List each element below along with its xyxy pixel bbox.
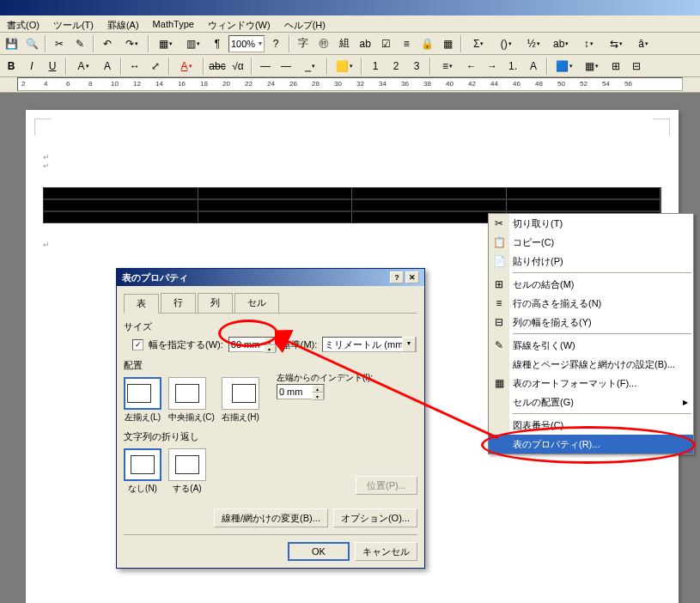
format-icon[interactable]: ✎ [70, 34, 89, 53]
enclose-icon[interactable]: ㊕ [314, 34, 333, 53]
border-icon[interactable]: ▦ [579, 57, 605, 76]
indent-dec-icon[interactable]: ← [462, 57, 481, 76]
tab-column[interactable]: 列 [198, 293, 233, 313]
zoom-select[interactable]: 100% [228, 35, 265, 52]
bracket-icon[interactable]: () [493, 34, 519, 53]
char-scale-icon[interactable]: ⤢ [146, 57, 165, 76]
preview-icon[interactable]: 🔍 [22, 34, 41, 53]
font-size-inc-icon[interactable]: A [98, 57, 117, 76]
bg-color-icon[interactable]: 🟦 [551, 57, 577, 76]
wrap-around-option[interactable]: する(A) [168, 448, 206, 495]
table-row[interactable] [43, 199, 661, 211]
menu-tools[interactable]: ツール(T) [50, 17, 97, 30]
fit-width-icon[interactable]: ↔ [125, 57, 144, 76]
width-checkbox[interactable]: ✓ [132, 339, 143, 350]
line-style-icon[interactable]: ⎯ [297, 57, 323, 76]
table-row[interactable] [43, 187, 661, 199]
menu-format[interactable]: 書式(O) [3, 17, 43, 30]
undo-icon[interactable]: ↶ [98, 34, 117, 53]
dialog-help-button[interactable]: ? [390, 271, 404, 283]
bold-icon[interactable]: B [2, 57, 21, 76]
xy-icon[interactable]: ↕ [575, 34, 601, 53]
menu-item[interactable]: ⊟列の幅を揃える(Y) [489, 313, 693, 332]
cols-icon[interactable]: ▥ [180, 34, 206, 53]
ruler-inner[interactable]: 2468101214161820222426283032343638404244… [17, 77, 683, 91]
num2-icon[interactable]: 2 [387, 57, 405, 76]
arrow-eq-icon[interactable]: ⇆ [603, 34, 629, 53]
line-spacing-icon[interactable]: ≡ [435, 57, 460, 76]
split-icon[interactable]: ⊟ [627, 57, 646, 76]
form-field-icon[interactable]: ab [356, 34, 374, 53]
help-icon[interactable]: ? [266, 34, 285, 53]
ok-button[interactable]: OK [288, 542, 350, 561]
num3-icon[interactable]: 3 [407, 57, 426, 76]
spinner-up[interactable]: ▴ [264, 338, 276, 345]
combine-icon[interactable]: 組 [335, 34, 354, 53]
menu-item[interactable]: 📋コピー(C) [489, 233, 693, 252]
merge-icon[interactable]: ⊞ [606, 57, 625, 76]
hat-icon[interactable]: â [630, 34, 656, 53]
ruler-tick: 26 [289, 80, 297, 88]
wrap-none-option[interactable]: なし(N) [124, 448, 161, 495]
border-shading-button[interactable]: 線種/網かけの変更(B)... [214, 509, 328, 527]
align-left-option[interactable]: 左揃え(L) [124, 377, 161, 423]
menu-item[interactable]: ⊞セルの結合(M) [489, 275, 693, 294]
font-size-dec-icon[interactable]: A [70, 57, 96, 76]
line-icon[interactable]: — [277, 57, 295, 76]
dialog-titlebar[interactable]: 表のプロパティ ? ✕ [117, 269, 424, 286]
indent-inc-icon[interactable]: → [483, 57, 502, 76]
line-grey-icon[interactable]: — [256, 57, 275, 76]
dialog-close-button[interactable]: ✕ [405, 271, 419, 283]
grid-icon[interactable]: ▦ [438, 34, 457, 53]
save-icon[interactable]: 💾 [2, 34, 21, 53]
cut-icon[interactable]: ✂ [50, 34, 69, 53]
dropdown-icon[interactable]: ≡ [397, 34, 416, 53]
menu-item[interactable]: 図表番号(C)... [489, 416, 693, 435]
width-input[interactable]: 60 mm ▴▾ [228, 337, 277, 352]
underline-icon[interactable]: U [43, 57, 62, 76]
tab-cell[interactable]: セル [234, 293, 279, 313]
spinner-down[interactable]: ▾ [264, 345, 276, 353]
sigma-icon[interactable]: Σ [466, 34, 491, 53]
position-button[interactable]: 位置(P)... [356, 476, 417, 495]
checkbox-icon[interactable]: ☑ [376, 34, 395, 53]
num1-icon[interactable]: 1 [366, 57, 385, 76]
menu-mathtype[interactable]: MathType [149, 17, 198, 30]
sqrt-icon[interactable]: √α [228, 57, 247, 76]
menu-item[interactable]: 線種とページ罫線と網かけの設定(B)... [489, 355, 693, 374]
menu-border[interactable]: 罫線(A) [104, 17, 143, 30]
italic-icon[interactable]: I [22, 57, 41, 76]
feature-a-icon[interactable]: A [524, 57, 543, 76]
menu-item[interactable]: 表のプロパティ(R)... [489, 435, 693, 454]
indent-input[interactable]: 0 mm ▴▾ [277, 384, 325, 399]
menu-item[interactable]: ▦表のオートフォーマット(F)... [489, 374, 693, 393]
spinner-down[interactable]: ▾ [312, 393, 324, 400]
redo-icon[interactable]: ↷ [119, 34, 144, 53]
menu-help[interactable]: ヘルプ(H) [281, 17, 329, 30]
menu-item[interactable]: ≡行の高さを揃える(N) [489, 294, 693, 313]
strike-icon[interactable]: abc [208, 57, 227, 76]
basis-combo[interactable]: ミリメートル (mm) [322, 337, 417, 352]
table-icon[interactable]: ▦ [153, 34, 179, 53]
align-right-option[interactable]: 右揃え(H) [222, 377, 259, 423]
menu-item[interactable]: 📄貼り付け(P) [489, 252, 693, 271]
numbering-icon[interactable]: 1. [503, 57, 522, 76]
font-color-icon[interactable]: A [173, 57, 199, 76]
cancel-button[interactable]: キャンセル [355, 542, 417, 561]
highlight-icon[interactable]: 🟨 [332, 57, 357, 76]
menu-item[interactable]: ✎罫線を引く(W) [489, 336, 693, 355]
tab-row[interactable]: 行 [161, 293, 196, 313]
options-button[interactable]: オプション(O)... [333, 509, 417, 527]
protect-icon[interactable]: 🔒 [417, 34, 436, 53]
align-center-option[interactable]: 中央揃え(C) [168, 377, 215, 423]
ruler-tick: 48 [535, 80, 543, 88]
ab-icon[interactable]: ab [548, 34, 574, 53]
menu-item[interactable]: ✂切り取り(T) [489, 214, 693, 233]
frac-icon[interactable]: ½ [520, 34, 546, 53]
menu-item[interactable]: セルの配置(G) [489, 393, 693, 411]
menu-window[interactable]: ウィンドウ(W) [204, 17, 274, 30]
tab-table[interactable]: 表 [124, 294, 159, 314]
para-icon[interactable]: ¶ [208, 34, 227, 53]
spinner-up[interactable]: ▴ [312, 385, 324, 393]
ruby-icon[interactable]: 字 [294, 34, 313, 53]
